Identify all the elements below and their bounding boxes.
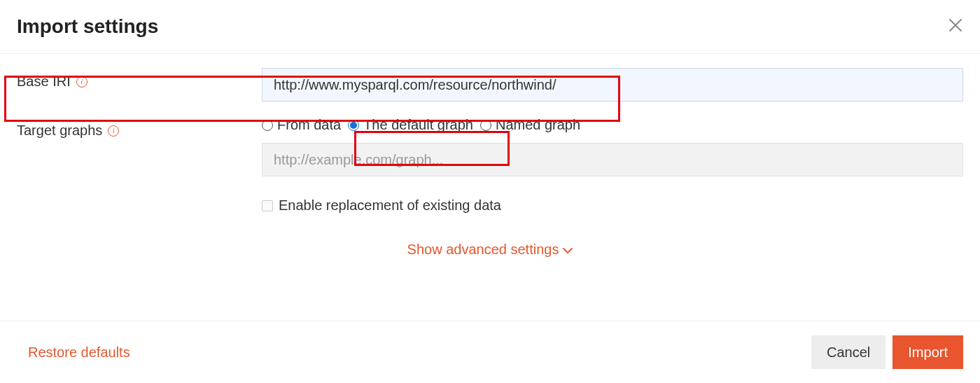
target-graphs-label-col: Target graphs i xyxy=(17,117,262,139)
radio-icon xyxy=(348,120,359,131)
modal-title: Import settings xyxy=(17,15,158,38)
close-icon[interactable] xyxy=(948,17,963,36)
checkbox-icon xyxy=(262,200,273,211)
target-graphs-label: Target graphs xyxy=(17,123,102,139)
radio-from-data[interactable]: From data xyxy=(262,117,341,133)
import-button[interactable]: Import xyxy=(892,335,963,369)
show-advanced-label: Show advanced settings xyxy=(407,242,559,258)
modal-header: Import settings xyxy=(0,0,980,53)
radio-from-data-label: From data xyxy=(277,117,341,133)
show-advanced-row: Show advanced settings xyxy=(17,242,963,258)
enable-replacement-label: Enable replacement of existing data xyxy=(279,197,501,214)
base-iri-label-col: Base IRI i xyxy=(17,68,262,90)
chevron-down-icon xyxy=(563,242,573,258)
radio-icon xyxy=(262,120,273,131)
modal-body: Base IRI i Target graphs i From data xyxy=(0,54,980,279)
show-advanced-toggle[interactable]: Show advanced settings xyxy=(407,242,573,258)
radio-default-graph[interactable]: The default graph xyxy=(348,117,473,133)
footer-buttons: Cancel Import xyxy=(811,335,963,369)
radio-icon xyxy=(480,120,491,131)
modal-footer: Restore defaults Cancel Import xyxy=(0,321,980,383)
radio-default-graph-label: The default graph xyxy=(363,117,473,133)
base-iri-label: Base IRI xyxy=(17,74,71,90)
base-iri-input[interactable] xyxy=(262,68,963,102)
radio-named-graph-label: Named graph xyxy=(496,117,580,133)
enable-replacement-row[interactable]: Enable replacement of existing data xyxy=(262,197,963,214)
named-graph-input xyxy=(262,143,963,176)
target-graphs-field-col: From data The default graph Named graph … xyxy=(262,117,963,214)
info-icon[interactable]: i xyxy=(108,125,119,137)
base-iri-field-col xyxy=(262,68,963,102)
target-graphs-row: Target graphs i From data The default gr… xyxy=(17,117,963,214)
base-iri-row: Base IRI i xyxy=(17,68,963,102)
info-icon[interactable]: i xyxy=(76,76,88,88)
cancel-button[interactable]: Cancel xyxy=(811,335,886,369)
radio-named-graph[interactable]: Named graph xyxy=(480,117,580,133)
restore-defaults-link[interactable]: Restore defaults xyxy=(28,344,130,361)
target-graphs-radios: From data The default graph Named graph xyxy=(262,117,963,133)
import-settings-modal: Import settings Base IRI i Target graphs… xyxy=(0,0,980,383)
